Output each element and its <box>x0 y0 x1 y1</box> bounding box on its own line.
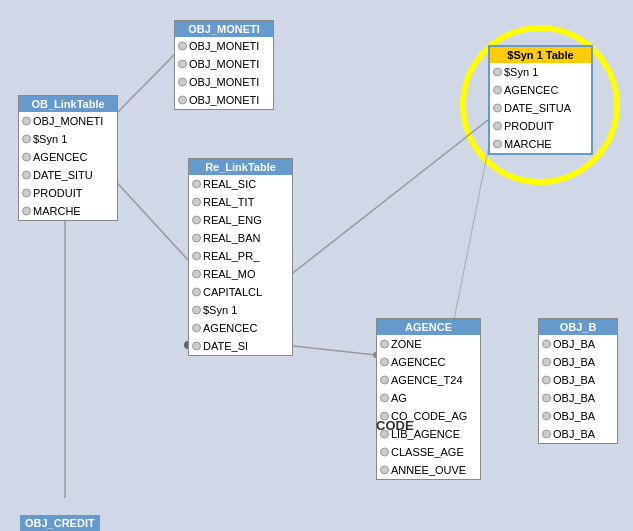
field-row: AGENCEC <box>490 81 591 99</box>
field-row: AGENCEC <box>189 319 292 337</box>
obj-b-table[interactable]: OBJ_B OBJ_BA OBJ_BA OBJ_BA OBJ_BA OBJ_BA… <box>538 318 618 444</box>
obj-credit-table[interactable]: OBJ_CREDIT <box>20 515 100 531</box>
obj-moneti-body: OBJ_MONETI OBJ_MONETI OBJ_MONETI OBJ_MON… <box>175 37 273 109</box>
field-row: CLASSE_AGE <box>377 443 480 461</box>
ob-linktable-header: OB_LinkTable <box>19 96 117 112</box>
obj-moneti-header: OBJ_MONETI <box>175 21 273 37</box>
field-row: $Syn 1 <box>19 130 117 148</box>
re-linktable-header: Re_LinkTable <box>189 159 292 175</box>
field-row: REAL_BAN <box>189 229 292 247</box>
field-row: DATE_SITUA <box>490 99 591 117</box>
field-row: REAL_ENG <box>189 211 292 229</box>
svg-line-1 <box>110 55 174 120</box>
ob-linktable-body: OBJ_MONETI $Syn 1 AGENCEC DATE_SITU PROD… <box>19 112 117 220</box>
re-linktable-body: REAL_SIC REAL_TIT REAL_ENG REAL_BAN REAL… <box>189 175 292 355</box>
field-row: OBJ_BA <box>539 407 617 425</box>
field-row: OBJ_BA <box>539 371 617 389</box>
obj-b-body: OBJ_BA OBJ_BA OBJ_BA OBJ_BA OBJ_BA OBJ_B… <box>539 335 617 443</box>
field-row: CAPITALCL <box>189 283 292 301</box>
field-row: ANNEE_OUVE <box>377 461 480 479</box>
field-row: REAL_TIT <box>189 193 292 211</box>
field-row: ZONE <box>377 335 480 353</box>
field-row: REAL_MO <box>189 265 292 283</box>
ssyn1-body: $Syn 1 AGENCEC DATE_SITUA PRODUIT MARCHE <box>490 63 591 153</box>
agence-table[interactable]: AGENCE ZONE AGENCEC AGENCE_T24 AG CO_COD… <box>376 318 481 480</box>
field-row: $Syn 1 <box>490 63 591 81</box>
field-row: AGENCEC <box>377 353 480 371</box>
obj-moneti-table[interactable]: OBJ_MONETI OBJ_MONETI OBJ_MONETI OBJ_MON… <box>174 20 274 110</box>
field-row: REAL_PR_ <box>189 247 292 265</box>
field-row: AGENCEC <box>19 148 117 166</box>
field-row: MARCHE <box>490 135 591 153</box>
field-row: OBJ_BA <box>539 425 617 443</box>
field-row: PRODUIT <box>490 117 591 135</box>
svg-line-0 <box>110 175 188 260</box>
field-row: AG <box>377 389 480 407</box>
field-row: OBJ_BA <box>539 335 617 353</box>
field-row: REAL_SIC <box>189 175 292 193</box>
svg-line-3 <box>284 345 376 355</box>
agence-header: AGENCE <box>377 319 480 335</box>
field-row: DATE_SI <box>189 337 292 355</box>
field-row: OBJ_MONETI <box>175 55 273 73</box>
svg-line-5 <box>450 150 488 340</box>
ssyn1-header: $Syn 1 Table <box>490 47 591 63</box>
field-row: OBJ_BA <box>539 389 617 407</box>
field-row: OBJ_MONETI <box>19 112 117 130</box>
field-row: OBJ_MONETI <box>175 73 273 91</box>
re-linktable[interactable]: Re_LinkTable REAL_SIC REAL_TIT REAL_ENG … <box>188 158 293 356</box>
agence-body: ZONE AGENCEC AGENCE_T24 AG CO_CODE_AG LI… <box>377 335 480 479</box>
code-label: CODE <box>376 418 414 433</box>
field-row: MARCHE <box>19 202 117 220</box>
svg-line-2 <box>284 120 488 280</box>
field-row: OBJ_MONETI <box>175 37 273 55</box>
field-row: OBJ_MONETI <box>175 91 273 109</box>
field-row: DATE_SITU <box>19 166 117 184</box>
field-row: $Syn 1 <box>189 301 292 319</box>
field-row: OBJ_BA <box>539 353 617 371</box>
ssyn1-table[interactable]: $Syn 1 Table $Syn 1 AGENCEC DATE_SITUA P… <box>488 45 593 155</box>
obj-credit-header: OBJ_CREDIT <box>20 515 100 531</box>
field-row: PRODUIT <box>19 184 117 202</box>
field-row: AGENCE_T24 <box>377 371 480 389</box>
obj-b-header: OBJ_B <box>539 319 617 335</box>
ob-linktable[interactable]: OB_LinkTable OBJ_MONETI $Syn 1 AGENCEC D… <box>18 95 118 221</box>
